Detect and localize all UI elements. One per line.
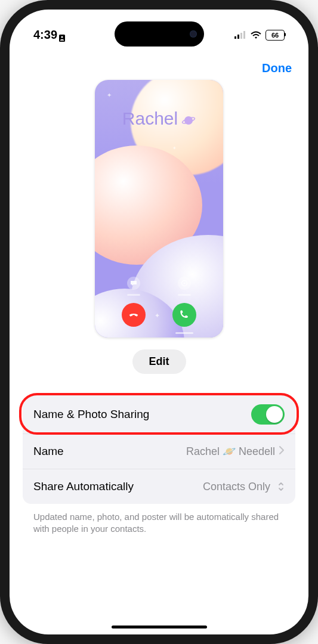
status-time: 4:39 [33,28,66,42]
decline-call-icon [122,303,146,327]
poster-action-icons [95,277,223,290]
share-auto-value-group: Contacts Only [203,481,285,493]
iphone-frame: 4:39 66 Done [0,0,318,644]
contact-card-icon [58,32,66,39]
sharing-toggle[interactable] [251,404,285,425]
accept-call-icon [172,303,196,327]
settings-group: Name & Photo Sharing Name Rachel 🪐 Neede… [23,395,295,504]
svg-rect-3 [237,35,239,39]
edit-row: Edit [23,349,295,374]
share-auto-label: Share Automatically [33,480,134,493]
name-row[interactable]: Name Rachel 🪐 Needell [23,434,295,469]
battery-percent: 66 [265,30,285,41]
status-icons: 66 [234,30,285,41]
name-photo-sharing-row[interactable]: Name & Photo Sharing [23,395,295,434]
up-down-chevron-icon [277,481,285,492]
clock-text: 4:39 [33,28,57,42]
svg-rect-4 [240,33,242,39]
message-icon [127,277,140,290]
done-button[interactable]: Done [262,58,292,79]
settings-wrap: Name & Photo Sharing Name Rachel 🪐 Neede… [23,395,295,504]
svg-point-1 [61,36,63,38]
share-auto-value: Contacts Only [203,481,270,493]
contact-poster-preview[interactable]: ✦ ✦ ✦ Rachel [95,80,223,338]
svg-point-9 [184,283,186,284]
settings-footer-text: Updated name, photo, and poster will be … [23,504,295,535]
modal-header: Done [23,54,295,79]
front-camera-icon [190,30,197,38]
sharing-toggle-label: Name & Photo Sharing [33,408,149,421]
silent-switch [0,119,1,140]
content-area: Done ✦ ✦ ✦ Rachel [10,54,308,634]
poster-preview-area: ✦ ✦ ✦ Rachel [23,80,295,338]
share-automatically-row[interactable]: Share Automatically Contacts Only [23,469,295,504]
dynamic-island [115,21,204,47]
volume-down-button [0,203,1,239]
chevron-right-icon [279,445,285,458]
poster-display-name: Rachel [95,109,223,129]
screen: 4:39 66 Done [10,10,308,634]
wifi-icon [250,31,262,39]
name-row-label: Name [33,445,64,458]
name-value-text: Rachel 🪐 Needell [186,445,275,458]
svg-rect-0 [59,35,65,42]
battery-icon: 66 [265,30,285,41]
svg-rect-2 [234,36,236,39]
cellular-signal-icon [234,31,246,39]
planet-icon [181,112,196,126]
volume-up-button [0,155,1,191]
home-indicator[interactable] [112,626,207,628]
edit-button[interactable]: Edit [132,349,186,374]
sparkle-icon: ✦ [172,145,177,151]
sparkle-icon: ✦ [107,92,112,98]
reminder-icon [178,277,191,290]
name-row-value: Rachel 🪐 Needell [186,445,285,458]
toggle-knob-icon [266,406,283,423]
poster-name-text: Rachel [122,109,178,129]
poster-call-buttons [95,303,223,327]
svg-rect-5 [243,31,245,39]
